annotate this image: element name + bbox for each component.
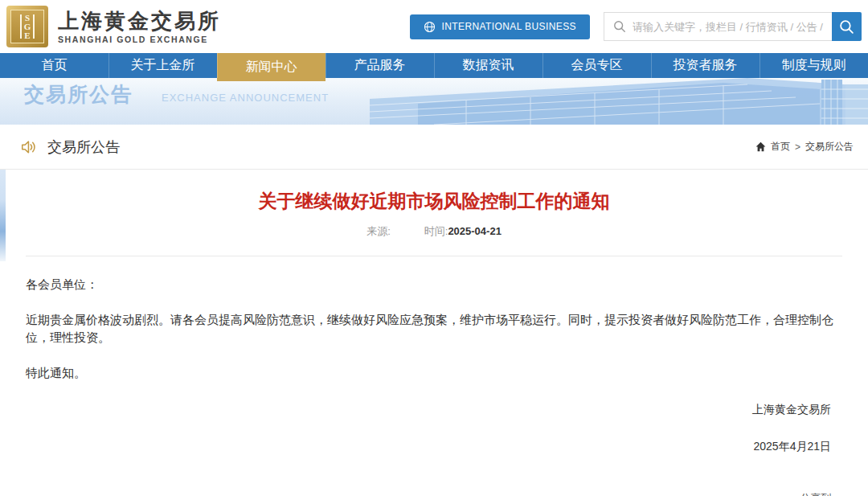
home-icon — [755, 141, 766, 152]
time-field: 时间:2025-04-21 — [424, 224, 502, 238]
breadcrumb-current: 交易所公告 — [805, 140, 854, 154]
source-label: 来源: — [366, 224, 391, 238]
publish-date: 2025-04-21 — [448, 225, 502, 237]
signature-org: 上海黄金交易所 — [26, 401, 831, 417]
emblem-letters: S G E — [24, 14, 31, 40]
international-business-label: INTERNATIONAL BUSINESS — [442, 21, 577, 32]
speaker-icon — [20, 138, 38, 156]
paragraph-closing: 特此通知。 — [26, 364, 842, 382]
header-right: INTERNATIONAL BUSINESS — [410, 12, 862, 41]
sge-emblem-icon: S G E — [6, 6, 48, 47]
search-bar — [604, 12, 862, 41]
article-title: 关于继续做好近期市场风险控制工作的通知 — [0, 189, 868, 213]
emblem-bar — [20, 14, 22, 39]
nav-item-data[interactable]: 数据资讯 — [434, 53, 542, 78]
banner-subtitle: EXCHANGE ANNOUNCEMENT — [162, 92, 329, 104]
main-nav: 首页 关于上金所 新闻中心 产品服务 数据资讯 会员专区 投资者服务 制度与规则 — [0, 53, 868, 78]
page-banner: 交易所公告 EXCHANGE ANNOUNCEMENT — [0, 78, 868, 125]
nav-item-rules[interactable]: 制度与规则 — [760, 53, 868, 78]
section-header: 交易所公告 首页 > 交易所公告 — [0, 125, 868, 170]
share-label[interactable]: 分享到: — [800, 492, 834, 496]
logo-cn-title: 上海黄金交易所 — [58, 9, 221, 33]
article-meta: 来源: 时间:2025-04-21 — [0, 224, 868, 238]
search-button[interactable] — [832, 12, 862, 41]
page: S G E 上海黄金交易所 SHANGHAI GOLD EXCHANGE — [0, 0, 868, 496]
banner-buildings-image — [370, 78, 868, 125]
international-business-button[interactable]: INTERNATIONAL BUSINESS — [410, 14, 591, 39]
paragraph-main: 近期贵金属价格波动剧烈。请各会员提高风险防范意识，继续做好风险应急预案，维护市场… — [26, 311, 842, 346]
site-logo[interactable]: S G E 上海黄金交易所 SHANGHAI GOLD EXCHANGE — [6, 6, 221, 47]
banner-title: 交易所公告 — [24, 81, 133, 108]
section-title: 交易所公告 — [47, 137, 120, 157]
section-left: 交易所公告 — [20, 137, 120, 157]
nav-item-news-center[interactable]: 新闻中心 — [217, 53, 326, 81]
nav-item-about[interactable]: 关于上金所 — [108, 53, 217, 78]
site-header: S G E 上海黄金交易所 SHANGHAI GOLD EXCHANGE — [0, 0, 868, 53]
logo-text: 上海黄金交易所 SHANGHAI GOLD EXCHANGE — [58, 9, 221, 44]
logo-en-title: SHANGHAI GOLD EXCHANGE — [58, 35, 221, 44]
nav-item-products[interactable]: 产品服务 — [326, 53, 434, 78]
breadcrumb-separator: > — [795, 141, 800, 153]
signature-block: 上海黄金交易所 2025年4月21日 — [26, 401, 842, 454]
paragraph-salutation: 各会员单位： — [26, 276, 842, 293]
emblem-bar — [33, 14, 35, 39]
breadcrumb: 首页 > 交易所公告 — [755, 140, 854, 154]
search-icon — [839, 19, 854, 35]
nav-item-investor-services[interactable]: 投资者服务 — [651, 53, 760, 78]
share-row: 分享到: — [26, 490, 842, 496]
breadcrumb-home-link[interactable]: 首页 — [771, 140, 790, 154]
globe-icon — [424, 21, 436, 33]
signature-date: 2025年4月21日 — [26, 438, 831, 454]
nav-item-members[interactable]: 会员专区 — [542, 53, 651, 78]
article: 关于继续做好近期市场风险控制工作的通知 来源: 时间:2025-04-21 各会… — [0, 170, 868, 496]
search-input[interactable] — [626, 13, 832, 40]
article-body: 各会员单位： 近期贵金属价格波动剧烈。请各会员提高风险防范意识，继续做好风险应急… — [26, 256, 842, 496]
search-icon — [613, 20, 626, 33]
search-box — [604, 12, 832, 41]
time-label: 时间: — [424, 225, 448, 237]
nav-item-home[interactable]: 首页 — [0, 53, 108, 78]
banner-titles: 交易所公告 EXCHANGE ANNOUNCEMENT — [24, 81, 329, 108]
